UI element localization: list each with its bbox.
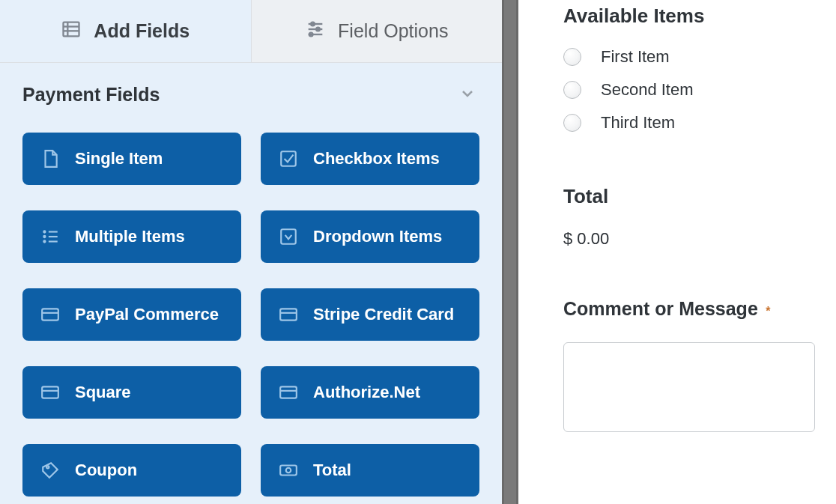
field-label: Square bbox=[75, 383, 131, 402]
radio-second-item[interactable]: Second Item bbox=[563, 80, 826, 100]
field-label: Dropdown Items bbox=[313, 227, 442, 246]
chevron-down-icon bbox=[458, 85, 476, 106]
total-amount: $ 0.00 bbox=[563, 229, 826, 249]
file-icon bbox=[40, 149, 60, 168]
svg-rect-24 bbox=[280, 386, 297, 398]
list-icon bbox=[61, 19, 82, 44]
comment-textarea[interactable] bbox=[563, 342, 815, 432]
comment-block: Comment or Message * bbox=[563, 298, 826, 435]
field-coupon[interactable]: Coupon bbox=[22, 444, 241, 497]
field-checkbox-items[interactable]: Checkbox Items bbox=[261, 133, 479, 185]
money-icon bbox=[279, 461, 298, 480]
tab-label: Add Fields bbox=[94, 20, 190, 42]
tab-field-options[interactable]: Field Options bbox=[251, 0, 503, 62]
section-header[interactable]: Payment Fields bbox=[0, 63, 502, 118]
section-title: Payment Fields bbox=[22, 84, 160, 106]
field-label: Stripe Credit Card bbox=[313, 305, 454, 324]
svg-point-11 bbox=[43, 231, 45, 232]
field-label: Multiple Items bbox=[75, 227, 185, 246]
svg-rect-22 bbox=[42, 386, 58, 398]
svg-point-15 bbox=[43, 240, 45, 242]
svg-point-28 bbox=[286, 468, 291, 473]
radio-label: First Item bbox=[601, 47, 670, 67]
card-icon bbox=[40, 305, 60, 324]
radio-icon bbox=[563, 114, 581, 132]
builder-sidebar: Add Fields Field Options Payment Fields … bbox=[0, 0, 502, 504]
total-block: Total $ 0.00 bbox=[563, 185, 826, 249]
payment-fields-grid: Single Item Checkbox Items Multiple Item… bbox=[0, 118, 502, 497]
radio-first-item[interactable]: First Item bbox=[563, 47, 826, 67]
required-mark: * bbox=[766, 305, 770, 318]
field-paypal-commerce[interactable]: PayPal Commerce bbox=[22, 288, 241, 341]
svg-rect-10 bbox=[281, 151, 296, 166]
field-authorize-net[interactable]: Authorize.Net bbox=[261, 366, 479, 419]
sliders-icon bbox=[305, 19, 326, 44]
svg-rect-0 bbox=[64, 22, 79, 36]
svg-rect-20 bbox=[280, 309, 297, 320]
comment-label: Comment or Message bbox=[563, 298, 758, 319]
field-stripe-credit-card[interactable]: Stripe Credit Card bbox=[261, 288, 479, 341]
radio-label: Third Item bbox=[601, 113, 675, 133]
svg-rect-17 bbox=[281, 229, 296, 244]
radio-third-item[interactable]: Third Item bbox=[563, 113, 826, 133]
tab-label: Field Options bbox=[338, 20, 448, 42]
total-heading: Total bbox=[563, 185, 826, 208]
card-icon bbox=[279, 305, 298, 324]
form-preview: Available Items First Item Second Item T… bbox=[518, 0, 836, 504]
ticket-icon bbox=[40, 461, 60, 480]
comment-label-row: Comment or Message * bbox=[563, 298, 826, 320]
panel-divider[interactable] bbox=[502, 0, 518, 504]
radio-icon bbox=[563, 48, 581, 66]
svg-point-13 bbox=[43, 236, 45, 237]
svg-rect-27 bbox=[280, 466, 297, 476]
radio-label: Second Item bbox=[601, 80, 694, 100]
field-label: PayPal Commerce bbox=[75, 305, 219, 324]
field-multiple-items[interactable]: Multiple Items bbox=[22, 210, 241, 263]
field-label: Authorize.Net bbox=[313, 383, 420, 402]
field-single-item[interactable]: Single Item bbox=[22, 133, 241, 185]
tab-add-fields[interactable]: Add Fields bbox=[0, 0, 251, 62]
field-total[interactable]: Total bbox=[261, 444, 479, 497]
svg-rect-18 bbox=[42, 309, 58, 320]
dropdown-icon bbox=[279, 227, 298, 246]
field-label: Coupon bbox=[75, 461, 137, 480]
available-items-heading: Available Items bbox=[563, 4, 826, 28]
field-dropdown-items[interactable]: Dropdown Items bbox=[261, 210, 479, 263]
field-label: Single Item bbox=[75, 149, 163, 168]
radio-icon bbox=[563, 81, 581, 99]
field-square[interactable]: Square bbox=[22, 366, 241, 419]
card-icon bbox=[40, 383, 60, 402]
list-icon bbox=[40, 227, 60, 246]
tabs: Add Fields Field Options bbox=[0, 0, 502, 63]
checkbox-icon bbox=[279, 149, 298, 168]
card-icon bbox=[279, 383, 298, 402]
field-label: Total bbox=[313, 461, 351, 480]
field-label: Checkbox Items bbox=[313, 149, 440, 168]
svg-point-26 bbox=[46, 466, 49, 468]
